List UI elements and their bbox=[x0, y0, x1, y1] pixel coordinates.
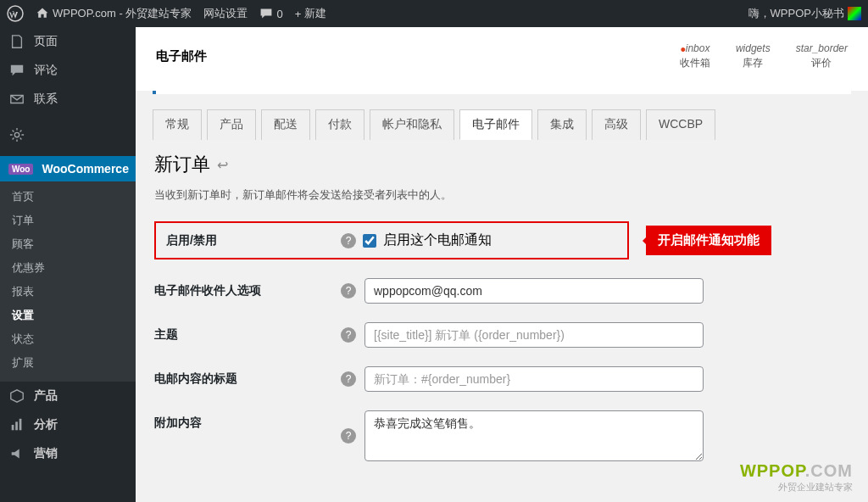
sidebar-label: 产品 bbox=[34, 388, 58, 404]
sub-settings[interactable]: 设置 bbox=[0, 304, 136, 327]
settings-tabs: 常规 产品 配送 付款 帐户和隐私 电子邮件 集成 高级 WCCBP bbox=[136, 94, 868, 140]
svg-rect-4 bbox=[19, 419, 22, 431]
recipient-label: 电子邮件收件人选项 bbox=[154, 278, 341, 298]
additional-textarea[interactable] bbox=[364, 410, 704, 461]
enable-callout: 开启邮件通知功能 bbox=[646, 226, 771, 255]
enable-label: 启用/禁用 bbox=[166, 233, 341, 248]
subject-input[interactable] bbox=[364, 322, 704, 348]
enable-row-highlight: 启用/禁用 ? 启用这个电邮通知 bbox=[154, 221, 629, 259]
wp-logo[interactable] bbox=[7, 5, 24, 22]
sidebar-item-analytics[interactable]: 分析 bbox=[0, 410, 136, 439]
page-title: 新订单 ↩ bbox=[154, 152, 849, 177]
additional-label: 附加内容 bbox=[154, 410, 341, 431]
help-icon[interactable]: ? bbox=[341, 428, 356, 443]
enable-checkbox[interactable] bbox=[363, 234, 376, 248]
avatar bbox=[848, 7, 861, 20]
marketing-icon bbox=[8, 445, 25, 462]
sidebar-item-products[interactable]: 产品 bbox=[0, 382, 136, 410]
sidebar-label: 分析 bbox=[34, 417, 58, 432]
subject-label: 主题 bbox=[154, 322, 341, 343]
sidebar-item-woocommerce[interactable]: Woo WooCommerce bbox=[0, 156, 136, 181]
tab-emails[interactable]: 电子邮件 bbox=[459, 109, 532, 140]
tab-wccbp[interactable]: WCCBP bbox=[646, 109, 715, 140]
svg-rect-2 bbox=[12, 425, 14, 430]
header-title: 电子邮件 bbox=[156, 48, 207, 64]
widgets-button[interactable]: widgets 库存 bbox=[736, 42, 771, 70]
woocommerce-submenu: 首页 订单 顾客 优惠券 报表 设置 状态 扩展 bbox=[0, 181, 136, 382]
help-icon[interactable]: ? bbox=[341, 283, 356, 298]
sub-coupons[interactable]: 优惠券 bbox=[0, 256, 136, 280]
products-icon bbox=[8, 388, 25, 404]
watermark-com: .COM bbox=[805, 461, 853, 480]
page-description: 当收到新订单时，新订单邮件将会发送给接受者列表中的人。 bbox=[154, 187, 849, 203]
admin-sidebar: 页面 评论 联系 Woo WooCommerce 首页 订单 顾客 优惠券 报表… bbox=[0, 27, 136, 502]
sidebar-label: 页面 bbox=[34, 34, 58, 49]
sidebar-label: WooCommerce bbox=[42, 162, 128, 176]
new-label: 新建 bbox=[304, 6, 326, 21]
svg-rect-3 bbox=[15, 421, 18, 430]
sidebar-item-contact[interactable]: 联系 bbox=[0, 85, 136, 114]
gear-icon bbox=[8, 126, 25, 143]
tab-shipping[interactable]: 配送 bbox=[261, 109, 310, 140]
tab-payments[interactable]: 付款 bbox=[315, 109, 364, 140]
main-content: 电子邮件 inbox 收件箱 widgets 库存 star_border 评价… bbox=[136, 27, 868, 502]
comments-count: 0 bbox=[276, 8, 282, 20]
sub-status[interactable]: 状态 bbox=[0, 327, 136, 351]
tab-general[interactable]: 常规 bbox=[153, 109, 202, 140]
help-icon[interactable]: ? bbox=[341, 233, 356, 248]
watermark-sub: 外贸企业建站专家 bbox=[740, 481, 853, 494]
comments-icon bbox=[8, 62, 25, 79]
tab-advanced[interactable]: 高级 bbox=[592, 109, 641, 140]
user-greeting[interactable]: 嗨，WPPOP小秘书 bbox=[748, 6, 861, 21]
sub-extensions[interactable]: 扩展 bbox=[0, 351, 136, 375]
greeting-text: 嗨，WPPOP小秘书 bbox=[748, 6, 844, 21]
enable-checkbox-label: 启用这个电邮通知 bbox=[383, 231, 492, 249]
sidebar-item-marketing[interactable]: 营销 bbox=[0, 439, 136, 468]
heading-label: 电邮内容的标题 bbox=[154, 366, 341, 387]
back-link-icon[interactable]: ↩ bbox=[217, 157, 228, 173]
comments-link[interactable]: 0 bbox=[259, 7, 282, 20]
svg-point-1 bbox=[14, 132, 19, 137]
widgets-text: 库存 bbox=[743, 56, 763, 70]
star-icon-label: star_border bbox=[796, 42, 848, 54]
reviews-button[interactable]: star_border 评价 bbox=[796, 42, 848, 70]
sidebar-label: 联系 bbox=[34, 92, 58, 107]
star-text: 评价 bbox=[811, 56, 832, 70]
sidebar-label: 营销 bbox=[34, 446, 58, 461]
contact-icon bbox=[8, 91, 25, 108]
help-icon[interactable]: ? bbox=[341, 371, 356, 387]
site-name: WPPOP.com - 外贸建站专家 bbox=[53, 6, 192, 21]
sidebar-label: 评论 bbox=[34, 63, 58, 78]
site-link[interactable]: WPPOP.com - 外贸建站专家 bbox=[36, 6, 192, 21]
woo-icon: Woo bbox=[8, 164, 33, 175]
sidebar-item-comments[interactable]: 评论 bbox=[0, 56, 136, 85]
header-bar: 电子邮件 inbox 收件箱 widgets 库存 star_border 评价 bbox=[136, 27, 868, 91]
admin-bar: WPPOP.com - 外贸建站专家 网站设置 0 + 新建 嗨，WPPOP小秘… bbox=[0, 0, 868, 27]
watermark-main: WPPOP bbox=[740, 461, 805, 480]
svg-point-0 bbox=[8, 6, 23, 21]
page-icon bbox=[8, 33, 25, 50]
widgets-icon-label: widgets bbox=[736, 42, 771, 54]
sub-home[interactable]: 首页 bbox=[0, 185, 136, 209]
site-settings-link[interactable]: 网站设置 bbox=[203, 6, 248, 21]
tab-products[interactable]: 产品 bbox=[207, 109, 256, 140]
tab-integration[interactable]: 集成 bbox=[537, 109, 587, 140]
recipient-input[interactable] bbox=[364, 278, 704, 304]
watermark: WPPOP.COM 外贸企业建站专家 bbox=[740, 461, 853, 494]
sidebar-item-pages[interactable]: 页面 bbox=[0, 27, 136, 56]
page-body: 新订单 ↩ 当收到新订单时，新订单邮件将会发送给接受者列表中的人。 启用/禁用 … bbox=[136, 140, 868, 492]
sidebar-item-settings-gear[interactable] bbox=[0, 120, 136, 149]
page-h2-text: 新订单 bbox=[154, 152, 210, 177]
sub-orders[interactable]: 订单 bbox=[0, 209, 136, 232]
sub-customers[interactable]: 顾客 bbox=[0, 232, 136, 256]
tab-accounts[interactable]: 帐户和隐私 bbox=[370, 109, 454, 140]
inbox-button[interactable]: inbox 收件箱 bbox=[680, 42, 710, 70]
inbox-icon-label: inbox bbox=[680, 42, 709, 54]
plus-icon: + bbox=[295, 8, 302, 20]
sub-reports[interactable]: 报表 bbox=[0, 280, 136, 304]
analytics-icon bbox=[8, 416, 25, 433]
new-content-link[interactable]: + 新建 bbox=[295, 6, 327, 21]
heading-input[interactable] bbox=[364, 366, 704, 392]
help-icon[interactable]: ? bbox=[341, 327, 356, 343]
